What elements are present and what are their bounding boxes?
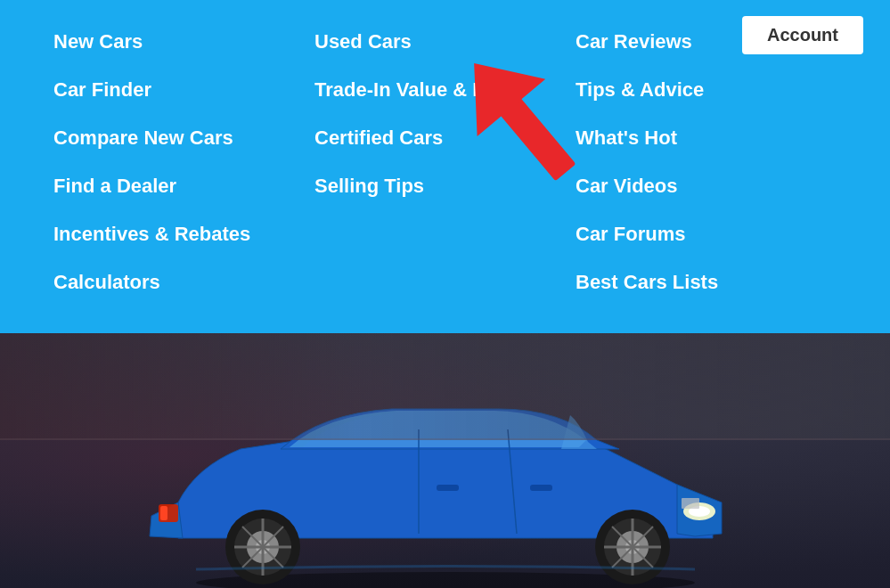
nav-certified-cars[interactable]: Certified Cars (314, 114, 576, 162)
car-hero-section: Photo sponsored by Chevrolet. (0, 333, 890, 588)
svg-rect-27 (682, 498, 699, 509)
nav-car-finder[interactable]: Car Finder (53, 66, 314, 114)
nav-trade-in-value[interactable]: Trade-In Value & Price (314, 66, 576, 114)
nav-selling-tips[interactable]: Selling Tips (314, 162, 576, 210)
nav-new-cars[interactable]: New Cars (53, 18, 314, 66)
nav-col-2: Used Cars Trade-In Value & Price Certifi… (314, 18, 576, 306)
nav-col-3: Car Reviews Tips & Advice What's Hot Car… (576, 18, 837, 306)
nav-incentives-rebates[interactable]: Incentives & Rebates (53, 210, 314, 258)
nav-car-forums[interactable]: Car Forums (576, 210, 837, 258)
nav-col-1: New Cars Car Finder Compare New Cars Fin… (53, 18, 314, 306)
nav-car-videos[interactable]: Car Videos (576, 162, 837, 210)
nav-columns: New Cars Car Finder Compare New Cars Fin… (0, 18, 890, 306)
nav-find-dealer[interactable]: Find a Dealer (53, 162, 314, 210)
nav-calculators[interactable]: Calculators (53, 258, 314, 306)
svg-rect-26 (530, 485, 552, 491)
nav-tips-advice[interactable]: Tips & Advice (576, 66, 837, 114)
nav-used-cars[interactable]: Used Cars (314, 18, 576, 66)
nav-whats-hot[interactable]: What's Hot (576, 114, 837, 162)
navigation-bar: New Cars Car Finder Compare New Cars Fin… (0, 0, 890, 333)
background-wall (0, 333, 890, 440)
nav-best-cars-lists[interactable]: Best Cars Lists (576, 258, 837, 306)
nav-compare-new-cars[interactable]: Compare New Cars (53, 114, 314, 162)
svg-rect-8 (160, 506, 167, 520)
svg-rect-25 (437, 485, 459, 491)
account-button[interactable]: Account (742, 16, 863, 54)
